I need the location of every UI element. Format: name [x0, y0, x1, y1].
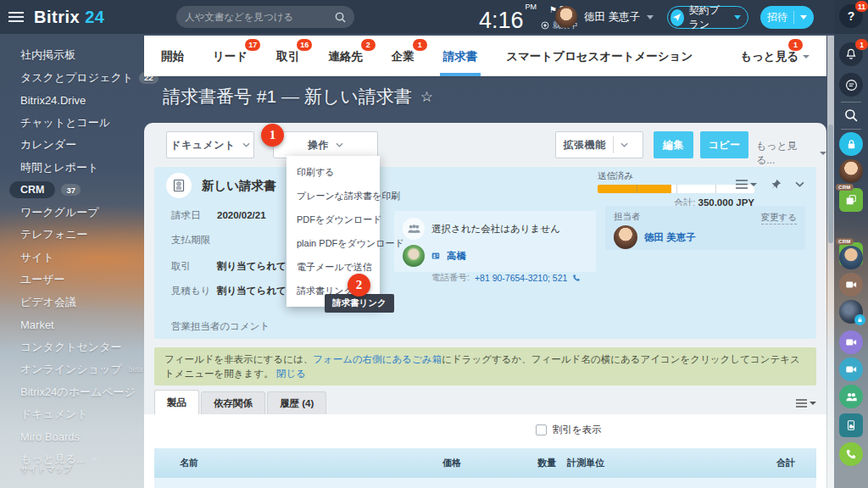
contact-name-link[interactable]: 高橋	[447, 250, 466, 263]
bitrix-logo[interactable]: Bitrix 24	[34, 8, 104, 27]
tab-more[interactable]: もっと見る1	[740, 36, 810, 76]
column-quantity[interactable]: 数量	[537, 448, 556, 478]
sidebar-item-drive[interactable]: Bitrix24.Drive	[20, 89, 144, 112]
close-hint-link[interactable]: 閉じる	[276, 369, 306, 379]
sidebar-item-online-shop[interactable]: オンラインショップbeta1	[20, 358, 144, 381]
clock[interactable]: 4:16PM	[479, 3, 537, 34]
sidebar-item-more[interactable]: もっと見る...	[20, 448, 144, 471]
view-list-button[interactable]	[736, 180, 757, 189]
phone-number-link[interactable]: +81 90-7654-3210; 521	[475, 273, 567, 283]
responsible-name-link[interactable]: 徳田 美恵子	[644, 231, 696, 244]
menu-item-download-plain-pdf[interactable]: plain PDFをダウンロード	[287, 231, 380, 255]
menu-item-download-pdf[interactable]: PDFをダウンロード	[287, 208, 380, 231]
user-avatar[interactable]	[555, 6, 577, 28]
video-chat-brown[interactable]	[839, 273, 863, 297]
notifications-button[interactable]: 1	[839, 42, 863, 66]
help-button[interactable]: ? 11	[839, 4, 863, 28]
sidebar-item-telephony[interactable]: テレフォニー	[20, 224, 144, 247]
column-total[interactable]: 合計	[776, 448, 795, 478]
sidebar-item-tasks[interactable]: タスクとプロジェクト22	[20, 67, 144, 90]
sidebar-item-workgroups[interactable]: ワークグループ	[20, 202, 144, 225]
sidebar-item-label: Market	[20, 319, 54, 331]
plan-button[interactable]: 契約プラン	[667, 6, 748, 29]
sidebar-item-homepage[interactable]: Bitrix24のホームページ	[20, 381, 144, 404]
sidebar-item-label: Bitrix24のホームページ	[20, 385, 136, 400]
field-manager-comment[interactable]: 営業担当者のコメント	[171, 320, 270, 333]
sidebar-item-users[interactable]: ユーザー	[20, 269, 144, 291]
more-actions-link[interactable]: もっと見る...	[756, 139, 826, 168]
security-button[interactable]	[839, 132, 863, 156]
company-row[interactable]: 選択された会社はありません	[403, 218, 587, 240]
left-sidebar: 社内掲示板 タスクとプロジェクト22 Bitrix24.Drive チャットとコ…	[0, 34, 144, 488]
column-price[interactable]: 価格	[442, 448, 461, 478]
invite-button[interactable]: 招待	[760, 6, 814, 29]
mobile-app-button[interactable]	[839, 413, 863, 437]
chat-avatar-woman[interactable]	[839, 159, 863, 183]
phone-icon[interactable]	[572, 274, 581, 282]
search-icon[interactable]	[335, 12, 346, 23]
column-name[interactable]: 名前	[180, 448, 198, 478]
invoice-link-tooltip: 請求書リンク	[325, 294, 394, 313]
user-menu[interactable]: 徳田 美恵子	[555, 0, 654, 34]
hamburger-menu-icon[interactable]	[8, 12, 24, 22]
divider	[793, 11, 794, 24]
group-chat-avatar[interactable]	[839, 300, 863, 324]
invite-button-label: 招待	[767, 10, 787, 25]
tab-deals[interactable]: 取引16	[276, 36, 299, 76]
video-chat-purple[interactable]	[839, 330, 863, 354]
global-search[interactable]	[176, 6, 354, 28]
sidebar-item-contact-center[interactable]: コンタクトセンター	[20, 336, 144, 359]
document-button[interactable]: ドキュメント	[166, 131, 254, 158]
tab-smart-process[interactable]: スマートプロセスオートメーション	[506, 36, 693, 76]
sidebar-item-chat[interactable]: チャットとコール	[20, 112, 144, 135]
sidebar-item-crm[interactable]: CRM37	[20, 179, 144, 202]
menu-item-print-plain[interactable]: プレーンな請求書を印刷	[287, 184, 380, 208]
stage-progress-bar[interactable]	[598, 185, 754, 193]
collapse-button[interactable]	[795, 181, 804, 187]
video-chat-teal[interactable]	[839, 358, 863, 381]
menu-item-print[interactable]: 印刷する	[287, 160, 380, 184]
pin-button[interactable]	[771, 179, 782, 190]
change-responsible-link[interactable]: 変更する	[761, 212, 798, 225]
telephony-button[interactable]	[839, 442, 863, 466]
sidebar-item-miro[interactable]: Miro Boards	[20, 426, 144, 449]
edit-button[interactable]: 編集	[654, 131, 693, 158]
employees-button[interactable]	[839, 385, 863, 408]
sidebar-item-sites[interactable]: サイト	[20, 247, 144, 269]
copy-button[interactable]: コピー	[700, 131, 748, 158]
crm-chat-item[interactable]: CRM	[839, 188, 863, 212]
phone-label: 電話番号:	[431, 272, 470, 284]
sidebar-item-video[interactable]: ビデオ会議	[20, 291, 144, 314]
tab-contacts[interactable]: 連絡先2	[328, 36, 363, 76]
show-discount-checkbox[interactable]	[536, 424, 547, 435]
tab-companies[interactable]: 企業1	[392, 36, 415, 76]
invoice-card: 新しい請求書 送信済み 合計: 350,000 JPY	[154, 167, 816, 339]
trash-hint-link[interactable]: フォームの右側にあるごみ箱	[313, 354, 442, 364]
tab-settings-button[interactable]	[796, 399, 816, 408]
sidebar-item-feed[interactable]: 社内掲示板	[20, 44, 144, 67]
column-unit[interactable]: 計測単位	[567, 448, 604, 478]
vertical-scrollbar[interactable]	[827, 36, 834, 488]
chat-avatar-man[interactable]	[839, 246, 863, 269]
tab-leads[interactable]: リード17	[213, 36, 248, 76]
scrollbar-thumb[interactable]	[828, 125, 833, 243]
dock-search-button[interactable]	[839, 103, 863, 127]
sidebar-item-time[interactable]: 時間とレポート	[20, 157, 144, 180]
messenger-button[interactable]	[839, 73, 863, 97]
tab-dependencies[interactable]: 依存関係	[201, 391, 265, 414]
extensions-button[interactable]: 拡張機能	[555, 131, 643, 158]
field-label: 請求日	[171, 209, 217, 223]
favorite-star-icon[interactable]: ☆	[420, 88, 433, 106]
sidebar-item-calendar[interactable]: カレンダー	[20, 134, 144, 157]
tab-invoices[interactable]: 請求書	[443, 36, 478, 76]
contact-avatar[interactable]	[403, 245, 425, 267]
actions-button[interactable]: 操作	[273, 131, 378, 158]
search-input[interactable]	[185, 12, 335, 22]
responsible-avatar[interactable]	[614, 225, 637, 249]
tab-products[interactable]: 製品	[154, 390, 199, 414]
tab-history[interactable]: 履歴 (4)	[267, 391, 326, 414]
tab-start[interactable]: 開始	[161, 36, 184, 76]
sidebar-item-documents[interactable]: ドキュメント	[20, 403, 144, 426]
contact-row[interactable]: 高橋	[403, 245, 587, 267]
sidebar-item-market[interactable]: Market	[20, 313, 144, 336]
